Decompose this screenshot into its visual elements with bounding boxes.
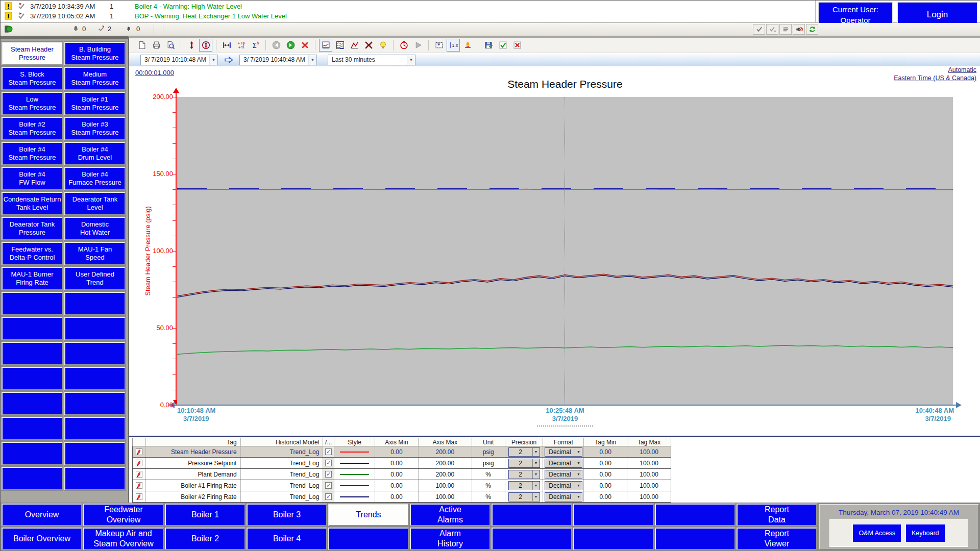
- sidebar-item-boiler-4-drum-level[interactable]: Boiler #4 Drum Level: [64, 142, 126, 165]
- pen-table-row-plant-demand[interactable]: Plant DemandTrend_Log✓0.00200.00%2▼Decim…: [132, 469, 671, 480]
- sidebar-item-blank[interactable]: [64, 342, 126, 365]
- pen-table-row-boiler-1-firing-rate[interactable]: Boiler #1 Firing RateTrend_Log✓0.00100.0…: [132, 480, 671, 491]
- sidebar-item-s-block-steam-pressure[interactable]: S. Block Steam Pressure: [2, 67, 63, 90]
- sidebar-item-blank[interactable]: [64, 467, 126, 490]
- nav-button-alarm-history[interactable]: Alarm History: [410, 528, 491, 550]
- sidebar-item-mau-1-fan-speed[interactable]: MAU-1 Fan Speed: [64, 242, 126, 265]
- sidebar-item-blank[interactable]: [2, 467, 63, 490]
- end-time-dropdown[interactable]: 3/ 7/2019 10:40:48 AM ▼: [239, 55, 317, 65]
- cursor-marker-icon[interactable]: [185, 39, 198, 52]
- pen-visible-checkbox[interactable]: ✓: [325, 460, 332, 466]
- sidebar-item-blank[interactable]: [2, 417, 63, 440]
- sidebar-item-boiler-4-fw-flow[interactable]: Boiler #4 FW Flow: [2, 167, 63, 190]
- alarm-row[interactable]: !3/7/2019 10:34:39 AM1Boiler 4 - Warning…: [1, 2, 812, 11]
- format-dropdown[interactable]: Decimal▼: [545, 492, 582, 502]
- sidebar-item-blank[interactable]: [64, 417, 126, 440]
- sidebar-item-blank[interactable]: [64, 442, 126, 465]
- precision-dropdown[interactable]: 2▼: [508, 447, 540, 457]
- chevron-down-icon[interactable]: ▼: [532, 448, 540, 456]
- nav-button-boiler-1[interactable]: Boiler 1: [165, 504, 246, 526]
- nav-button-blank[interactable]: [492, 528, 572, 550]
- summary-lines-icon[interactable]: [779, 24, 792, 35]
- sidebar-item-boiler-4-furnace-pressure[interactable]: Boiler #4 Furnace Pressure: [64, 167, 126, 190]
- om-access-button[interactable]: O&M Access: [852, 524, 901, 542]
- trend-plot[interactable]: [177, 97, 953, 405]
- sidebar-item-blank[interactable]: [2, 317, 63, 340]
- pen-visible-checkbox[interactable]: ✓: [325, 482, 332, 489]
- splitter-handle[interactable]: [177, 424, 953, 429]
- sidebar-item-blank[interactable]: [64, 392, 126, 415]
- sidebar-item-blank[interactable]: [2, 442, 63, 465]
- sidebar-item-mau-1-burner-firing-rate[interactable]: MAU-1 Burner Firing Rate: [2, 267, 63, 290]
- automatic-link[interactable]: Automatic: [894, 66, 976, 74]
- precision-dropdown[interactable]: 2▼: [508, 470, 540, 479]
- new-trend-icon[interactable]: [135, 39, 149, 52]
- print-preview-icon[interactable]: [164, 39, 177, 52]
- alarm-marker-icon[interactable]: [461, 39, 474, 52]
- chevron-down-icon[interactable]: ▼: [407, 55, 415, 65]
- x-range-icon[interactable]: [220, 39, 233, 52]
- pen-table-row-pressure-setpoint[interactable]: Pressure SetpointTrend_Log✓0.00200.00psi…: [132, 458, 671, 469]
- chevron-down-icon[interactable]: ▼: [532, 482, 540, 490]
- format-dropdown[interactable]: Decimal▼: [545, 447, 582, 457]
- statistics-icon[interactable]: ΣΔ: [249, 39, 262, 52]
- playback-icon[interactable]: [411, 39, 425, 52]
- pen-visible-checkbox[interactable]: ✓: [325, 448, 332, 455]
- print-icon[interactable]: [150, 39, 163, 52]
- save-check-icon[interactable]: [482, 39, 495, 52]
- nav-button-boiler-overview[interactable]: Boiler Overview: [2, 528, 82, 550]
- sidebar-item-blank[interactable]: [64, 367, 126, 390]
- stacked-chart-icon[interactable]: [333, 39, 347, 52]
- sidebar-item-blank[interactable]: [2, 367, 63, 390]
- sidebar-item-blank[interactable]: [2, 342, 63, 365]
- sidebar-item-steam-header-pressure[interactable]: Steam Header Pressure: [2, 42, 63, 65]
- forward-icon[interactable]: [284, 39, 297, 52]
- pen-table-row-boiler-2-firing-rate[interactable]: Boiler #2 Firing RateTrend_Log✓0.00100.0…: [132, 491, 671, 503]
- precision-dropdown[interactable]: 2▼: [508, 492, 540, 502]
- value-labels-icon[interactable]: 1.0: [447, 39, 460, 52]
- delete-icon[interactable]: [298, 39, 311, 52]
- nav-button-overview[interactable]: Overview: [2, 504, 82, 526]
- alarm-row[interactable]: !3/7/2019 10:05:02 AM1BOP - Warning: Hea…: [1, 12, 812, 21]
- start-time-dropdown[interactable]: 3/ 7/2019 10:10:48 AM ▼: [140, 55, 218, 65]
- nav-button-feedwater-overview[interactable]: Feedwater Overview: [83, 504, 164, 526]
- pen-table-row-steam-header-pressure[interactable]: Steam Header PressureTrend_Log✓0.00200.0…: [132, 446, 671, 458]
- single-chart-icon[interactable]: [319, 39, 332, 52]
- sidebar-item-medium-steam-pressure[interactable]: Medium Steam Pressure: [64, 67, 126, 90]
- ack-check-icon[interactable]: [753, 24, 765, 35]
- sidebar-item-blank[interactable]: [64, 317, 126, 340]
- nav-button-blank[interactable]: [655, 528, 736, 550]
- sidebar-item-deaerator-tank-level[interactable]: Deaerator Tank Level: [64, 192, 126, 215]
- sidebar-item-blank[interactable]: [64, 292, 126, 315]
- back-icon[interactable]: [270, 39, 283, 52]
- keyboard-button[interactable]: Keyboard: [905, 524, 945, 542]
- cancel-x-icon[interactable]: [510, 39, 524, 52]
- nav-button-blank[interactable]: [328, 528, 409, 550]
- nav-button-blank[interactable]: [655, 504, 736, 526]
- no-chart-icon[interactable]: [362, 39, 375, 52]
- chevron-down-icon[interactable]: ▼: [575, 493, 582, 501]
- mute-speaker-icon[interactable]: [793, 24, 805, 35]
- apply-check-icon[interactable]: [496, 39, 509, 52]
- sidebar-item-boiler-3-steam-pressure[interactable]: Boiler #3 Steam Pressure: [64, 117, 126, 140]
- sidebar-item-boiler-2-steam-pressure[interactable]: Boiler #2 Steam Pressure: [2, 117, 63, 140]
- chevron-down-icon[interactable]: ▼: [308, 55, 316, 65]
- format-dropdown[interactable]: Decimal▼: [545, 459, 582, 468]
- pen-visible-checkbox[interactable]: ✓: [325, 493, 332, 500]
- sidebar-item-feedwater-vs-delta-p-control[interactable]: Feedwater vs. Delta-P Control: [2, 242, 63, 265]
- sidebar-item-user-defined-trend[interactable]: User Defined Trend: [64, 267, 126, 290]
- sidebar-item-boiler-4-steam-pressure[interactable]: Boiler #4 Steam Pressure: [2, 142, 63, 165]
- sidebar-item-b-building-steam-pressure[interactable]: B. Building Steam Pressure: [64, 42, 126, 65]
- nav-button-blank[interactable]: [573, 504, 654, 526]
- chevron-down-icon[interactable]: ▼: [575, 470, 582, 479]
- sidebar-item-condensate-return-tank-level[interactable]: Condensate Return Tank Level: [2, 192, 63, 215]
- nav-button-blank[interactable]: [492, 504, 572, 526]
- nav-button-boiler-2[interactable]: Boiler 2: [165, 528, 246, 550]
- chevron-down-icon[interactable]: ▼: [532, 470, 540, 479]
- chevron-down-icon[interactable]: ▼: [209, 55, 217, 65]
- annotate-chart-icon[interactable]: *: [432, 39, 446, 52]
- sidebar-item-blank[interactable]: [2, 392, 63, 415]
- nav-button-active-alarms[interactable]: Active Alarms: [410, 504, 491, 526]
- ack-all-icon[interactable]: [766, 24, 778, 35]
- xy-chart-icon[interactable]: [348, 39, 361, 52]
